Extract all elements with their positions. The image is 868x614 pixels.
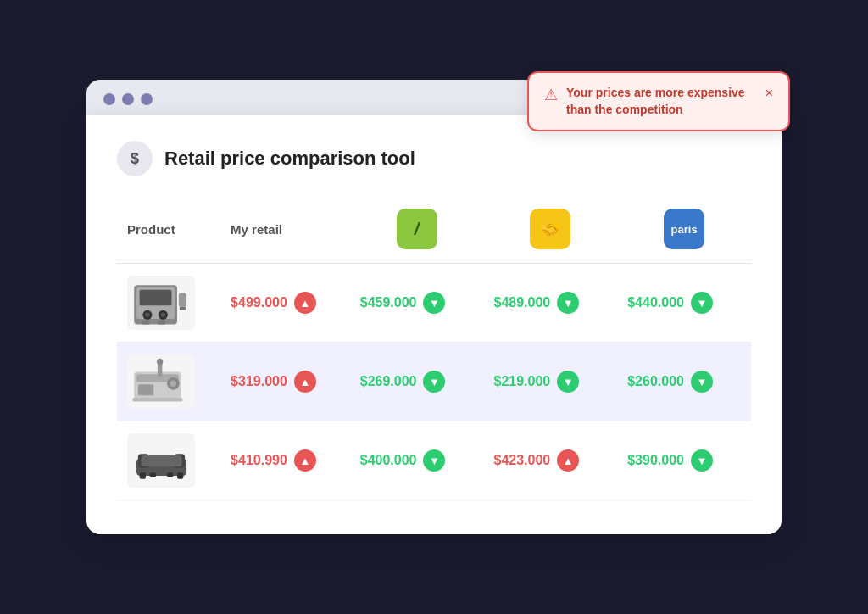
price-value: $319.000 [231,374,287,389]
card-header: $ Retail price comparison tool [117,141,751,176]
price-arrow-down: ▼ [423,292,445,314]
comp3-cell-2: $260.000 ▼ [617,343,751,421]
price-value: $269.000 [360,374,417,389]
product-image-sofa [127,433,195,488]
my-retail-cell-3: $410.990 ▲ [220,421,350,500]
browser-dot-3 [141,93,153,105]
price-value: $440.000 [627,295,684,310]
price-value: $459.000 [360,295,417,310]
sewing-machine-svg [130,356,193,407]
svg-rect-24 [176,472,182,478]
column-header-comp2: 🤝 [483,200,617,264]
price-value: $390.000 [627,453,684,468]
column-header-comp1: / [350,200,484,264]
product-image-coffee-machine [127,276,195,330]
browser-dot-1 [103,93,115,105]
price-arrow-up: ▲ [294,371,316,393]
price-value: $423.000 [493,453,550,468]
svg-rect-10 [157,321,164,325]
alert-message: Your prices are more expensive than the … [566,85,757,118]
price-arrow-up: ▲ [294,449,316,472]
price-arrow-down: ▼ [691,292,713,314]
svg-rect-2 [139,290,171,305]
comp3-cell-3: $390.000 ▼ [617,421,751,500]
price-arrow-down: ▼ [423,449,445,472]
comp1-logo: / [397,209,437,249]
svg-point-18 [156,359,162,365]
price-value: $499.000 [231,295,287,310]
comp2-cell-1: $489.000 ▼ [483,264,617,343]
svg-point-15 [170,381,175,387]
price-table: Product My retail / 🤝 paris [117,200,751,500]
price-value: $219.000 [493,374,550,389]
price-value: $260.000 [627,374,684,389]
product-cell-1 [117,264,220,343]
comp1-cell-2: $269.000 ▼ [350,343,484,421]
column-header-my-retail: My retail [220,200,350,264]
price-arrow-up: ▲ [294,292,316,314]
table-row: $410.990 ▲ $400.000 ▼ $423.000 ▲ [117,421,751,500]
product-cell-2 [117,343,220,421]
product-cell-3 [117,421,220,500]
main-card: $ Retail price comparison tool Product M… [86,115,782,534]
column-header-comp3: paris [617,200,751,264]
my-retail-cell-2: $319.000 ▲ [220,343,350,421]
card-title: Retail price comparison tool [164,148,415,170]
dollar-icon: $ [117,141,153,176]
alert-notification: ⚠ Your prices are more expensive than th… [527,71,790,131]
comp2-logo: 🤝 [530,209,570,249]
comp3-cell-1: $440.000 ▼ [617,264,751,343]
comp2-cell-2: $219.000 ▼ [483,343,617,421]
price-arrow-down: ▼ [557,292,579,314]
svg-rect-23 [139,472,145,478]
table-row: $499.000 ▲ $459.000 ▼ $489.000 ▼ [117,264,751,343]
svg-point-4 [145,313,150,318]
svg-rect-25 [149,472,155,477]
alert-icon: ⚠ [544,86,558,104]
coffee-machine-svg [130,277,193,328]
price-value: $400.000 [360,453,417,468]
price-arrow-down: ▼ [423,371,445,393]
price-value: $489.000 [493,295,550,310]
svg-rect-13 [137,384,153,395]
svg-rect-16 [132,398,182,402]
comp3-logo: paris [664,209,704,249]
comp1-cell-1: $459.000 ▼ [350,264,484,343]
sofa-svg [130,435,193,486]
price-arrow-up: ▲ [557,449,579,472]
svg-rect-8 [179,307,185,310]
comp1-cell-3: $400.000 ▼ [350,421,484,500]
comp2-cell-3: $423.000 ▲ [483,421,617,500]
svg-point-6 [160,313,165,318]
svg-rect-7 [178,293,186,307]
alert-close-button[interactable]: × [765,86,773,101]
product-image-sewing-machine [127,354,195,409]
browser-dot-2 [122,93,134,105]
price-arrow-down: ▼ [557,371,579,393]
price-arrow-down: ▼ [691,449,713,472]
price-arrow-down: ▼ [691,371,713,393]
svg-rect-26 [166,472,172,477]
my-retail-cell-1: $499.000 ▲ [220,264,350,343]
outer-container: ⚠ Your prices are more expensive than th… [86,80,782,534]
svg-rect-22 [141,455,181,466]
column-header-product: Product [117,200,220,264]
svg-rect-9 [142,321,149,325]
table-row: $319.000 ▲ $269.000 ▼ $219.000 ▼ [117,343,751,421]
price-value: $410.990 [231,453,287,468]
